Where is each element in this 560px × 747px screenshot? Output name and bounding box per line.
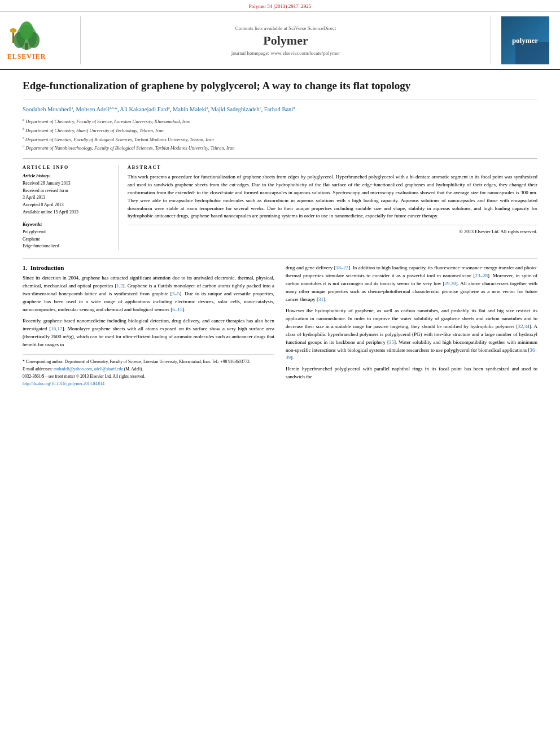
sciverse-text: Contents lists available at SciVerse Sci…	[235, 25, 336, 31]
intro-section-title: 1. Introduction	[23, 264, 274, 271]
svg-point-4	[20, 21, 33, 40]
ref-23-28[interactable]: 23–28	[475, 273, 488, 278]
affil-a: a Department of Chemistry, Faculty of Sc…	[23, 117, 537, 125]
journal-badge-section: polymer	[497, 16, 553, 64]
affil-d: d Department of Nanobiotechnology, Facul…	[23, 144, 537, 152]
right-para-1: drug and gene delivery [18–22]. In addit…	[286, 264, 537, 304]
abstract-text: This work presents a procedure for funct…	[128, 173, 537, 221]
ref-36-39[interactable]: 36–39	[286, 347, 537, 361]
author-maleki: Mahin Malekia	[173, 106, 208, 112]
author-bani: Farhad Banid	[264, 106, 295, 112]
affil-c: c Department of Genetics, Faculty of Bio…	[23, 136, 537, 143]
email-link-2[interactable]: adeli@sharif.edu	[94, 366, 123, 372]
received-date: Received 28 January 2013	[23, 180, 111, 187]
email-link-1[interactable]: mohadeli@yahoo.com	[54, 366, 92, 372]
keyword-graphene: Graphene	[23, 236, 111, 243]
body-section: 1. Introduction Since its detection in 2…	[23, 264, 537, 388]
intro-para-2: Recently, graphene-based nanomedicine in…	[23, 317, 274, 349]
abstract-heading: ABSTRACT	[128, 165, 537, 170]
footnote-corresponding: * Corresponding author. Department of Ch…	[23, 359, 274, 365]
body-left-col: 1. Introduction Since its detection in 2…	[23, 264, 274, 388]
right-para-2: However the hydrophobicity of graphene, …	[286, 307, 537, 362]
footnote-issn: 0032-3861/$ – see front matter © 2013 El…	[23, 373, 274, 379]
article-history-block: Article history: Received 28 January 201…	[23, 173, 111, 216]
available-date: Available online 15 April 2013	[23, 209, 111, 216]
author-kakanejadi: Ali Kakanejadi Farda	[120, 106, 169, 112]
doi-link[interactable]: http://dx.doi.org/10.1016/j.polymer.2013…	[23, 381, 104, 386]
affiliations: a Department of Chemistry, Faculty of Sc…	[23, 117, 537, 151]
revised-label: Received in revised form	[23, 187, 111, 195]
badge-image-decoration	[515, 42, 549, 64]
footnotes: * Corresponding author. Department of Ch…	[23, 355, 274, 387]
ref-16-17[interactable]: 16,17	[51, 326, 62, 331]
footnote-email: E-mail addresses: mohadeli@yahoo.com, ad…	[23, 366, 274, 372]
citation-bar: Polymer 54 (2013) 2917–2925	[0, 0, 560, 12]
keywords-block: Keywords: Polyglycerol Graphene Edge-fun…	[23, 222, 111, 250]
ref-6-15[interactable]: 6–15	[172, 307, 182, 312]
history-label: Article history:	[23, 173, 111, 178]
journal-homepage: journal homepage: www.elsevier.com/locat…	[231, 50, 340, 56]
right-para-3: Herein hyperbranched polyglycerol with p…	[286, 365, 537, 381]
article-info-column: ARTICLE INFO Article history: Received 2…	[23, 165, 119, 250]
journal-header: ELSEVIER Contents lists available at Sci…	[0, 12, 560, 70]
body-right-col: drug and gene delivery [18–22]. In addit…	[286, 264, 537, 388]
footnote-doi: http://dx.doi.org/10.1016/j.polymer.2013…	[23, 381, 274, 387]
author-movahedi: Soodabeh Movahedia	[23, 106, 73, 112]
author-adeli: Mohsen Adelia,b,*	[76, 106, 117, 112]
section-title-text: Introduction	[30, 264, 64, 271]
keyword-polyglycerol: Polyglycerol	[23, 229, 111, 236]
ref-1-2[interactable]: 1,2	[116, 283, 123, 289]
article-title: Edge-functionalization of graphene by po…	[23, 79, 537, 99]
elsevier-label: ELSEVIER	[7, 53, 46, 61]
svg-rect-5	[12, 32, 14, 43]
citation-text: Polymer 54 (2013) 2917–2925	[249, 3, 312, 9]
badge-title: polymer	[512, 36, 538, 45]
article-info-heading: ARTICLE INFO	[23, 165, 111, 170]
revised-date: 3 April 2013	[23, 194, 111, 202]
keywords-label: Keywords:	[23, 222, 111, 227]
elsevier-logo: ELSEVIER	[7, 20, 46, 61]
intro-para-1: Since its detection in 2004, graphene ha…	[23, 274, 274, 314]
author-sadeghizadeh: Majid Sadeghizadehc	[211, 106, 261, 112]
main-content: Edge-functionalization of graphene by po…	[0, 70, 560, 397]
accepted-date: Accepted 8 April 2013	[23, 202, 111, 209]
ref-3-5[interactable]: 3–5	[172, 291, 180, 296]
section-num: 1.	[23, 264, 27, 271]
ref-31[interactable]: 31	[318, 296, 323, 302]
journal-title: Polymer	[263, 33, 308, 48]
affil-b: b Department of Chemistry, Sharif Univer…	[23, 126, 537, 134]
ref-32-34[interactable]: 32,34	[518, 324, 529, 329]
authors-line: Soodabeh Movahedia, Mohsen Adelia,b,*, A…	[23, 105, 537, 115]
ref-35[interactable]: 35	[389, 339, 394, 345]
polymer-badge: polymer	[501, 16, 549, 64]
keyword-edge: Edge-functionalized	[23, 243, 111, 250]
abstract-column: ABSTRACT This work presents a procedure …	[128, 165, 537, 250]
copyright-line: © 2013 Elsevier Ltd. All rights reserved…	[128, 225, 537, 234]
journal-title-section: Contents lists available at SciVerse Sci…	[80, 16, 491, 64]
sciverse-line: Contents lists available at SciVerse Sci…	[235, 25, 336, 31]
ref-29-30[interactable]: 29,30	[444, 281, 456, 286]
elsevier-tree-icon	[7, 20, 46, 51]
section-divider	[23, 258, 537, 259]
svg-point-6	[10, 28, 17, 33]
publisher-logo-section: ELSEVIER	[7, 16, 75, 64]
article-info-abstract-section: ARTICLE INFO Article history: Received 2…	[23, 159, 537, 250]
ref-18-22[interactable]: 18–22	[336, 265, 349, 270]
